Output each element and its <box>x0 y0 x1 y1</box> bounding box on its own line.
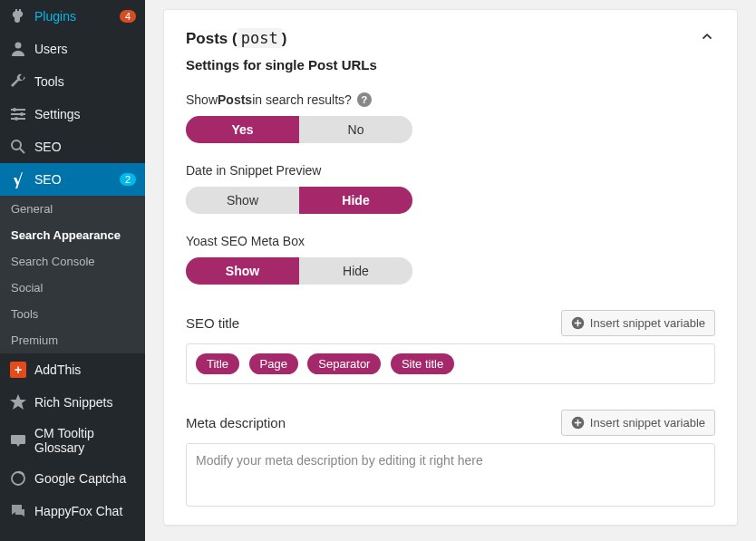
menu-seo-search[interactable]: SEO <box>0 130 145 163</box>
insert-snippet-button[interactable]: Insert snippet variable <box>561 410 715 436</box>
star-icon <box>9 393 27 411</box>
user-icon <box>9 40 27 58</box>
label-text: Show <box>186 92 218 107</box>
yoast-submenu: General Search Appearance Search Console… <box>0 196 145 353</box>
addthis-icon: + <box>9 361 27 379</box>
toggle-hide[interactable]: Hide <box>299 257 412 285</box>
submenu-tools[interactable]: Tools <box>0 301 145 327</box>
panel-title: Posts (post) <box>186 29 286 48</box>
content-area: Posts (post) Settings for single Post UR… <box>145 0 756 541</box>
post-type-code: post <box>237 28 282 48</box>
svg-rect-9 <box>11 435 25 444</box>
meta-description-section: Meta description Insert snippet variable… <box>186 410 715 507</box>
menu-label: HappyFox Chat <box>34 504 136 518</box>
menu-plugins[interactable]: Plugins 4 <box>0 0 145 33</box>
menu-rich-snippets[interactable]: Rich Snippets <box>0 386 145 419</box>
svg-point-4 <box>13 108 16 111</box>
search-icon <box>9 138 27 156</box>
seo-title-input[interactable]: Title Page Separator Site title <box>186 343 715 384</box>
menu-tools[interactable]: Tools <box>0 65 145 98</box>
submenu-premium[interactable]: Premium <box>0 327 145 353</box>
meta-box-field: Yoast SEO Meta Box Show Hide <box>186 234 715 285</box>
menu-yoast-seo[interactable]: SEO 2 <box>0 163 145 196</box>
menu-label: Rich Snippets <box>34 395 136 410</box>
show-posts-toggle: Yes No <box>186 116 412 143</box>
date-snippet-field: Date in Snippet Preview Show Hide <box>186 163 715 214</box>
plus-circle-icon <box>571 416 585 430</box>
sliders-icon <box>9 105 27 123</box>
label-strong: Posts <box>218 92 252 107</box>
label-text: in search results? <box>252 92 352 107</box>
chat-icon <box>9 502 27 520</box>
wrench-icon <box>9 72 27 91</box>
menu-label: Google Captcha <box>34 471 136 486</box>
svg-line-8 <box>20 149 24 153</box>
svg-point-7 <box>12 140 21 150</box>
menu-settings[interactable]: Settings <box>0 98 145 130</box>
menu-label: Users <box>34 42 136 56</box>
menu-label: Plugins <box>34 9 116 24</box>
meta-desc-label: Meta description <box>186 415 286 430</box>
menu-addthis[interactable]: + AddThis <box>0 353 145 386</box>
panel-header[interactable]: Posts (post) <box>186 28 715 48</box>
menu-label: SEO <box>34 140 136 154</box>
title-text: ) <box>282 30 287 47</box>
date-snippet-toggle: Show Hide <box>186 187 412 214</box>
toggle-show[interactable]: Show <box>186 187 299 214</box>
title-text: Posts ( <box>186 30 237 47</box>
submenu-search-console[interactable]: Search Console <box>0 248 145 275</box>
meta-box-toggle: Show Hide <box>186 257 412 285</box>
button-label: Insert snippet variable <box>590 416 705 430</box>
field-label: Show Posts in search results? ? <box>186 92 715 107</box>
menu-happyfox[interactable]: HappyFox Chat <box>0 495 145 527</box>
snippet-pill-sitetitle[interactable]: Site title <box>391 353 454 374</box>
show-posts-field: Show Posts in search results? ? Yes No <box>186 92 715 143</box>
toggle-no[interactable]: No <box>299 116 412 143</box>
toggle-show[interactable]: Show <box>186 257 299 285</box>
submenu-search-appearance[interactable]: Search Appearance <box>0 222 145 248</box>
menu-label: CM Tooltip Glossary <box>34 426 136 455</box>
chevron-up-icon[interactable] <box>699 28 715 48</box>
panel-subtitle: Settings for single Post URLs <box>186 57 715 72</box>
menu-label: SEO <box>34 172 116 187</box>
menu-cm-tooltip[interactable]: CM Tooltip Glossary <box>0 419 145 462</box>
admin-sidebar: Plugins 4 Users Tools Settings SEO SEO 2… <box>0 0 145 541</box>
menu-label: Settings <box>34 107 136 121</box>
menu-label: Tools <box>34 74 136 89</box>
snippet-pill-page[interactable]: Page <box>249 353 298 374</box>
snippet-pill-separator[interactable]: Separator <box>307 353 381 374</box>
submenu-social[interactable]: Social <box>0 275 145 301</box>
svg-point-5 <box>20 112 24 116</box>
posts-panel: Posts (post) Settings for single Post UR… <box>163 9 738 526</box>
plug-icon <box>9 7 27 25</box>
toggle-yes[interactable]: Yes <box>186 116 299 143</box>
seo-title-section: SEO title Insert snippet variable Title … <box>186 310 715 384</box>
button-label: Insert snippet variable <box>590 316 705 330</box>
help-icon[interactable]: ? <box>357 92 372 107</box>
menu-google-captcha[interactable]: Google Captcha <box>0 462 145 495</box>
seo-title-label: SEO title <box>186 315 239 331</box>
tooltip-icon <box>9 431 27 449</box>
yoast-icon <box>9 170 27 188</box>
insert-snippet-button[interactable]: Insert snippet variable <box>561 310 715 336</box>
svg-point-0 <box>15 43 22 49</box>
menu-users[interactable]: Users <box>0 33 145 65</box>
field-label: Yoast SEO Meta Box <box>186 234 715 248</box>
meta-description-input[interactable]: Modify your meta description by editing … <box>186 443 715 507</box>
recaptcha-icon <box>9 469 27 488</box>
notification-count-badge: 2 <box>120 173 136 186</box>
field-label: Date in Snippet Preview <box>186 163 715 178</box>
menu-label: AddThis <box>34 362 136 377</box>
update-count-badge: 4 <box>120 10 136 23</box>
snippet-pill-title[interactable]: Title <box>196 353 239 374</box>
svg-point-6 <box>15 117 18 121</box>
toggle-hide[interactable]: Hide <box>299 187 412 214</box>
submenu-general[interactable]: General <box>0 196 145 222</box>
plus-circle-icon <box>571 316 585 330</box>
